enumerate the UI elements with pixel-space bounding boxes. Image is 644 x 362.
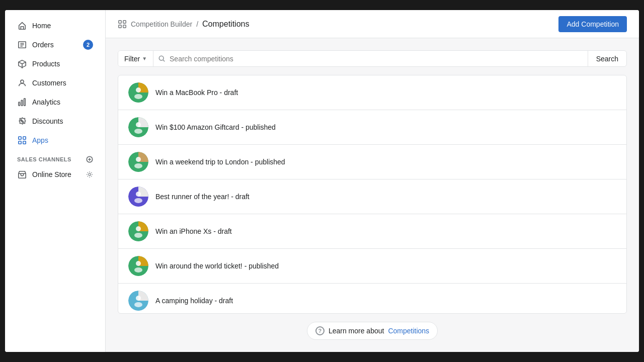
- competition-avatar: [128, 82, 148, 103]
- app-frame: Home Orders 2 Products: [5, 10, 639, 352]
- search-wrap: [153, 55, 588, 63]
- analytics-icon: [17, 97, 27, 107]
- store-icon: [17, 169, 27, 179]
- svg-point-20: [136, 87, 141, 93]
- competition-avatar: [128, 152, 148, 172]
- svg-rect-4: [24, 99, 26, 106]
- svg-rect-2: [19, 102, 20, 106]
- svg-rect-16: [119, 25, 121, 27]
- competition-title: Best runner of the year! - draft: [155, 193, 250, 201]
- sidebar-item-customers-label: Customers: [32, 79, 66, 87]
- sales-channels-label: SALES CHANNELS: [17, 156, 71, 162]
- competitions-link[interactable]: Competitions: [388, 327, 429, 335]
- filter-bar: Filter ▼ Search: [118, 50, 627, 67]
- filter-button[interactable]: Filter ▼: [118, 51, 153, 67]
- svg-rect-3: [21, 100, 23, 106]
- sales-channels-section: SALES CHANNELS: [9, 150, 101, 165]
- sidebar-item-online-store[interactable]: Online Store: [9, 165, 101, 184]
- svg-point-29: [136, 192, 141, 197]
- search-input[interactable]: [170, 55, 583, 63]
- search-icon: [158, 55, 166, 62]
- competition-title: Win around the world ticket! - published: [155, 262, 279, 270]
- competition-title: Win an iPhone Xs - draft: [155, 227, 232, 235]
- home-icon: [17, 21, 27, 31]
- add-competition-button[interactable]: Add Competition: [558, 16, 627, 32]
- sidebar-item-customers[interactable]: Customers: [9, 74, 101, 92]
- sidebar-item-apps-label: Apps: [32, 136, 48, 144]
- svg-point-5: [21, 120, 22, 121]
- svg-point-30: [134, 198, 142, 203]
- main-content: Competition Builder / Competitions Add C…: [106, 10, 639, 352]
- svg-point-23: [136, 122, 141, 127]
- products-icon: [17, 59, 27, 69]
- sidebar: Home Orders 2 Products: [5, 10, 106, 352]
- sidebar-item-analytics-label: Analytics: [32, 98, 60, 106]
- sidebar-item-online-store-label: Online Store: [32, 170, 71, 178]
- svg-point-39: [134, 302, 142, 307]
- competition-avatar: [128, 187, 148, 207]
- online-store-settings-icon[interactable]: [86, 171, 93, 178]
- filter-label: Filter: [124, 55, 140, 63]
- sidebar-item-orders[interactable]: Orders 2: [9, 36, 101, 54]
- list-item[interactable]: Win an iPhone Xs - draft: [118, 214, 626, 249]
- content-area: Filter ▼ Search: [106, 38, 639, 352]
- svg-point-27: [134, 163, 142, 168]
- svg-point-35: [136, 261, 141, 266]
- competition-builder-icon: [118, 20, 127, 29]
- apps-icon: [17, 135, 27, 145]
- svg-point-18: [159, 56, 164, 60]
- svg-point-21: [134, 94, 142, 99]
- svg-point-33: [134, 233, 142, 238]
- sidebar-item-apps[interactable]: Apps: [9, 131, 101, 149]
- sidebar-item-products[interactable]: Products: [9, 55, 101, 73]
- sidebar-item-orders-label: Orders: [32, 41, 54, 49]
- sidebar-item-home-label: Home: [32, 22, 51, 30]
- footer-info: ? Learn more about Competitions: [118, 322, 627, 340]
- sidebar-item-products-label: Products: [32, 60, 60, 68]
- svg-point-36: [134, 267, 142, 273]
- competition-title: Win a weekend trip to London - published: [155, 158, 285, 166]
- orders-badge: 2: [83, 40, 93, 50]
- list-item[interactable]: Win around the world ticket! - published: [118, 249, 626, 284]
- svg-rect-9: [19, 141, 21, 144]
- competition-avatar: [128, 256, 148, 276]
- customers-icon: [17, 78, 27, 88]
- list-item[interactable]: A camping holiday - draft: [118, 284, 626, 314]
- competition-avatar: [128, 117, 148, 137]
- svg-rect-10: [23, 141, 26, 144]
- filter-chevron-icon: ▼: [142, 56, 147, 61]
- breadcrumb: Competition Builder / Competitions: [118, 20, 249, 29]
- discounts-icon: [17, 116, 27, 126]
- breadcrumb-current: Competitions: [202, 20, 249, 29]
- svg-point-1: [21, 80, 24, 83]
- list-item[interactable]: Win a MacBook Pro - draft: [118, 75, 626, 110]
- add-sales-channel-icon[interactable]: [86, 156, 93, 163]
- svg-rect-8: [23, 137, 26, 139]
- list-item[interactable]: Best runner of the year! - draft: [118, 179, 626, 214]
- search-button[interactable]: Search: [588, 51, 626, 67]
- svg-rect-15: [123, 20, 126, 23]
- svg-point-6: [23, 122, 24, 123]
- breadcrumb-parent: Competition Builder: [131, 20, 192, 28]
- competition-avatar: [128, 291, 148, 311]
- competition-title: Win $100 Amazon Giftcard - published: [155, 123, 276, 131]
- list-item[interactable]: Win a weekend trip to London - published: [118, 145, 626, 179]
- svg-rect-7: [19, 137, 21, 139]
- svg-point-13: [89, 173, 91, 175]
- breadcrumb-separator: /: [196, 20, 198, 28]
- svg-rect-14: [119, 20, 121, 23]
- svg-point-26: [136, 157, 141, 162]
- learn-more-text: Learn more about: [329, 327, 384, 335]
- svg-rect-17: [123, 25, 126, 27]
- sidebar-item-home[interactable]: Home: [9, 17, 101, 35]
- header: Competition Builder / Competitions Add C…: [106, 10, 639, 38]
- sidebar-item-discounts-label: Discounts: [32, 117, 63, 125]
- list-item[interactable]: Win $100 Amazon Giftcard - published: [118, 110, 626, 145]
- svg-point-24: [134, 129, 142, 134]
- sidebar-item-analytics[interactable]: Analytics: [9, 93, 101, 111]
- learn-more-wrap: ? Learn more about Competitions: [307, 322, 438, 340]
- svg-point-32: [136, 226, 141, 231]
- svg-point-38: [136, 296, 141, 301]
- sidebar-item-discounts[interactable]: Discounts: [9, 112, 101, 130]
- competition-avatar: [128, 221, 148, 241]
